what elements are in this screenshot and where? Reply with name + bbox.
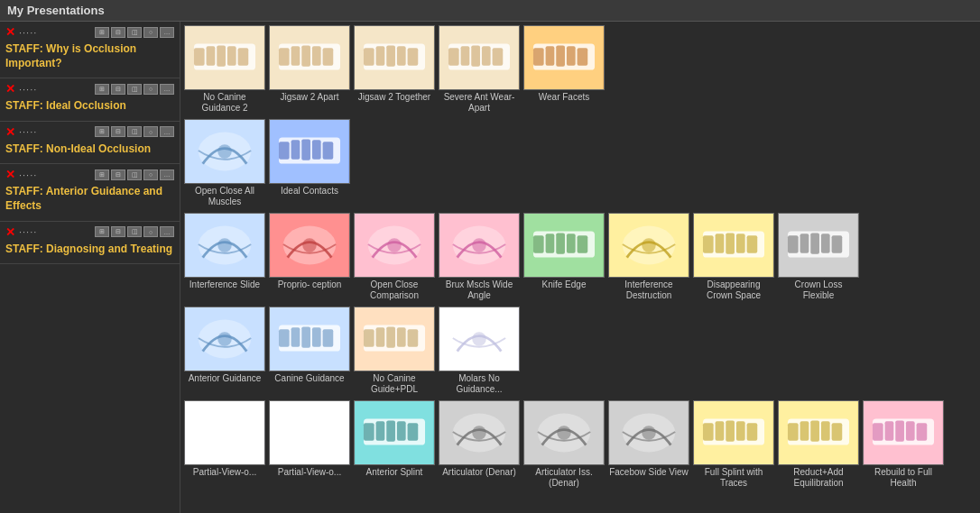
section-more-2[interactable]: … [160, 126, 174, 137]
section-title-3[interactable]: STAFF: Anterior Guidance and Effects [5, 185, 174, 213]
presentation-row-3: Anterior Guidance Canine Guidance [184, 307, 976, 395]
thumb-item-2-4[interactable]: Knife Edge [523, 213, 605, 301]
svg-rect-13 [301, 45, 310, 66]
section-title-4[interactable]: STAFF: Diagnosing and Treating [5, 243, 174, 257]
section-icon3-1[interactable]: ◫ [127, 84, 142, 95]
svg-rect-71 [533, 235, 544, 252]
section-toolbar-3: ✕ ····· ⊞ ⊟ ◫ ○ … [5, 168, 174, 181]
thumb-item-4-0[interactable]: Partial-View-o... [184, 400, 265, 489]
thumb-item-4-8[interactable]: Rebuild to Full Health [863, 400, 944, 489]
thumb-item-0-4[interactable]: Wear Facets [523, 25, 605, 114]
thumb-item-2-3[interactable]: Brux Mscls Wide Angle [439, 213, 520, 301]
thumb-img-3-1 [269, 307, 350, 371]
section-more-1[interactable]: … [160, 84, 174, 95]
section-icon1-0[interactable]: ⊞ [95, 27, 109, 38]
section-icon1-3[interactable]: ⊞ [95, 169, 109, 180]
thumb-img-3-0 [184, 307, 265, 371]
presentation-row-4: Partial-View-o... Partial-View-o... Ante… [184, 400, 976, 489]
thumb-item-4-3[interactable]: Articulator (Denar) [439, 400, 520, 489]
section-title-2[interactable]: STAFF: Non-Ideal Occlusion [5, 142, 174, 157]
thumb-item-4-7[interactable]: Reduct+Add Equilibration [778, 400, 859, 489]
section-delete-btn-4[interactable]: ✕ [5, 225, 15, 239]
thumb-item-2-5[interactable]: Interference Destruction [608, 213, 689, 301]
section-icon2-0[interactable]: ⊟ [111, 27, 125, 38]
svg-rect-104 [291, 327, 300, 346]
section-icon4-0[interactable]: ○ [143, 27, 158, 38]
thumb-label-3-0: Anterior Guidance [189, 373, 262, 384]
thumb-img-1-1 [269, 119, 350, 184]
thumb-item-4-2[interactable]: Anterior Splint [354, 400, 435, 489]
section-icon4-2[interactable]: ○ [143, 126, 158, 137]
thumb-item-4-5[interactable]: Facebow Side View [608, 400, 689, 489]
section-icon2-1[interactable]: ⊟ [111, 84, 125, 95]
svg-rect-164 [800, 421, 809, 440]
section-icon1-4[interactable]: ⊞ [95, 226, 109, 237]
svg-rect-19 [364, 48, 374, 65]
section-icon2-2[interactable]: ⊟ [111, 126, 125, 137]
thumb-item-4-4[interactable]: Articulator Iss. (Denar) [523, 400, 605, 489]
thumb-img-4-2 [354, 400, 435, 465]
svg-rect-73 [556, 233, 565, 253]
section-icon4-1[interactable]: ○ [143, 84, 158, 95]
thumb-item-1-0[interactable]: Open Close All Muscles [184, 119, 265, 207]
thumb-img-2-2 [354, 213, 435, 278]
thumb-item-4-1[interactable]: Partial-View-o... [269, 400, 350, 489]
thumb-item-4-6[interactable]: Full Splint with Traces [693, 400, 774, 489]
section-title-0[interactable]: STAFF: Why is Occlusion Important? [5, 42, 174, 70]
section-icon2-4[interactable]: ⊟ [111, 226, 125, 237]
svg-rect-94 [821, 234, 830, 252]
section-icon1-1[interactable]: ⊞ [95, 84, 109, 95]
svg-rect-175 [917, 423, 928, 440]
thumb-img-3-3 [439, 307, 520, 371]
thumb-item-0-2[interactable]: Jigsaw 2 Together [354, 25, 435, 114]
section-more-3[interactable]: … [160, 169, 174, 180]
thumb-item-0-3[interactable]: Severe Ant Wear-Apart [439, 25, 520, 114]
section-more-4[interactable]: … [160, 226, 174, 237]
thumb-item-2-0[interactable]: Interference Slide [184, 213, 265, 301]
thumb-item-3-3[interactable]: Molars No Guidance... [439, 307, 520, 395]
section-icon4-4[interactable]: ○ [143, 226, 158, 237]
thumb-img-4-0 [184, 400, 265, 465]
thumb-item-1-1[interactable]: Ideal Contacts [269, 119, 350, 207]
section-toolbar-1: ✕ ····· ⊞ ⊟ ◫ ○ … [5, 82, 174, 96]
svg-rect-21 [386, 45, 395, 66]
section-icon3-2[interactable]: ◫ [127, 126, 142, 137]
thumb-item-3-1[interactable]: Canine Guidance [269, 307, 350, 395]
thumb-item-2-7[interactable]: Crown Loss Flexible [778, 213, 859, 301]
section-delete-btn-1[interactable]: ✕ [5, 82, 15, 96]
svg-rect-122 [190, 406, 223, 431]
section-delete-btn-0[interactable]: ✕ [5, 25, 15, 39]
section-icon4-3[interactable]: ○ [143, 169, 158, 180]
app-title: My Presentations [7, 4, 105, 17]
thumb-item-3-2[interactable]: No Canine Guide+PDL [354, 307, 435, 395]
svg-rect-49 [301, 139, 310, 160]
thumb-item-2-2[interactable]: Open Close Comparison [354, 213, 435, 301]
svg-rect-173 [895, 420, 904, 441]
section-delete-btn-3[interactable]: ✕ [5, 168, 15, 181]
svg-rect-139 [408, 423, 419, 440]
thumb-item-0-1[interactable]: Jigsaw 2 Apart [269, 25, 350, 114]
section-icon2-3[interactable]: ⊟ [111, 169, 125, 180]
thumb-item-3-0[interactable]: Anterior Guidance [184, 307, 265, 395]
section-dots-0: ····· [19, 27, 93, 38]
section-icon3-0[interactable]: ◫ [127, 27, 142, 38]
thumb-img-2-3 [439, 213, 520, 278]
svg-rect-12 [291, 46, 300, 65]
thumb-img-2-7 [778, 213, 859, 278]
thumb-label-4-5: Facebow Side View [609, 467, 689, 478]
thumb-label-3-2: No Canine Guide+PDL [354, 373, 435, 395]
section-more-0[interactable]: … [160, 27, 174, 38]
section-toolbar-0: ✕ ····· ⊞ ⊟ ◫ ○ … [5, 25, 174, 39]
thumb-item-2-1[interactable]: Proprio- ception [269, 213, 350, 301]
section-icon3-3[interactable]: ◫ [127, 169, 142, 180]
section-icon1-2[interactable]: ⊞ [95, 126, 109, 137]
section-title-1[interactable]: STAFF: Ideal Occlusion [5, 99, 174, 114]
thumb-img-4-7 [778, 400, 859, 465]
sidebar-section-ideal-occlusion: ✕ ····· ⊞ ⊟ ◫ ○ … STAFF: Ideal Occlusion [0, 78, 180, 122]
thumb-label-4-7: Reduct+Add Equilibration [778, 467, 859, 489]
thumb-img-2-5 [608, 213, 689, 278]
section-icon3-4[interactable]: ◫ [127, 226, 142, 237]
section-delete-btn-2[interactable]: ✕ [5, 125, 15, 139]
thumb-item-0-0[interactable]: No Canine Guidance 2 [184, 25, 265, 114]
thumb-item-2-6[interactable]: Disappearing Crown Space [693, 213, 774, 301]
